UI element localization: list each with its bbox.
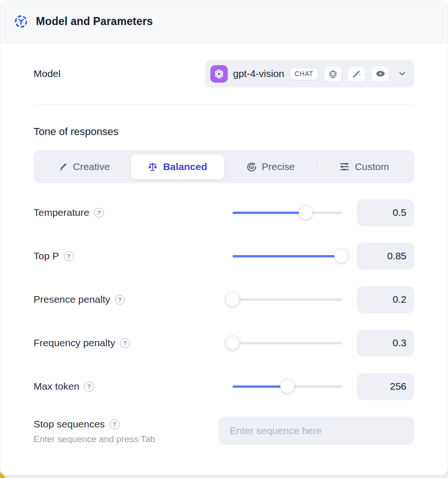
- help-icon[interactable]: ?: [110, 419, 120, 429]
- max-token-slider[interactable]: [233, 379, 342, 394]
- stop-sequences-row: Stop sequences ? Enter sequence and pres…: [34, 417, 414, 444]
- param-row-frequency-penalty: Frequency penalty ? 0.3: [34, 321, 414, 365]
- section-divider: [34, 104, 414, 105]
- tab-custom[interactable]: Custom: [318, 154, 411, 179]
- tab-balanced[interactable]: Balanced: [130, 154, 224, 179]
- tone-heading: Tone of responses: [34, 126, 414, 138]
- selected-model-name: gpt-4-vision: [233, 68, 284, 79]
- model-parameters-panel: Model and Parameters Model gpt-4-vision …: [0, 0, 448, 475]
- top-p-value[interactable]: 0.85: [357, 243, 414, 270]
- temperature-value[interactable]: 0.5: [357, 199, 414, 226]
- help-icon[interactable]: ?: [84, 382, 94, 392]
- max-token-value[interactable]: 256: [357, 373, 414, 400]
- panel-title: Model and Parameters: [36, 15, 153, 28]
- openai-logo: [210, 65, 228, 83]
- param-row-temperature: Temperature ? 0.5: [34, 191, 414, 234]
- frequency-penalty-value[interactable]: 0.3: [357, 330, 414, 357]
- tab-label: Precise: [262, 161, 295, 172]
- scale-icon: [147, 162, 158, 172]
- slider-handle[interactable]: [334, 249, 348, 263]
- tab-creative[interactable]: Creative: [37, 154, 130, 179]
- stop-sequences-label: Stop sequences: [34, 418, 105, 430]
- slider-handle[interactable]: [225, 336, 240, 350]
- temperature-slider[interactable]: [233, 205, 342, 220]
- stop-sequences-input[interactable]: [218, 417, 414, 444]
- param-row-top-p: Top P ? 0.85: [34, 234, 414, 278]
- robot-icon: [324, 66, 342, 82]
- tone-tab-group: Creative Balanced: [34, 150, 414, 183]
- target-icon: [247, 162, 257, 172]
- model-row: Model gpt-4-vision CHAT: [34, 60, 414, 87]
- sliders-icon: [339, 162, 350, 172]
- vision-icon: [371, 66, 389, 82]
- frequency-penalty-slider[interactable]: [233, 335, 342, 350]
- param-label: Max token: [34, 381, 79, 392]
- model-hub-icon: [14, 14, 28, 29]
- presence-penalty-value[interactable]: 0.2: [357, 286, 414, 313]
- param-label: Frequency penalty: [34, 337, 115, 349]
- chevron-down-icon: [397, 69, 407, 78]
- paintbrush-icon: [58, 162, 68, 172]
- help-icon[interactable]: ?: [94, 208, 104, 218]
- help-icon[interactable]: ?: [115, 295, 125, 305]
- tab-label: Creative: [73, 161, 110, 172]
- slider-handle[interactable]: [225, 292, 240, 307]
- param-row-presence-penalty: Presence penalty ? 0.2: [34, 278, 414, 321]
- tab-label: Balanced: [163, 161, 207, 172]
- model-select-dropdown[interactable]: gpt-4-vision CHAT: [205, 60, 414, 87]
- param-label: Temperature: [34, 207, 89, 218]
- parameter-list: Temperature ? 0.5 Top P ? 0.85: [34, 191, 414, 408]
- param-label: Top P: [34, 250, 59, 262]
- presence-penalty-slider[interactable]: [233, 292, 342, 307]
- magic-wand-icon: [347, 66, 366, 82]
- top-p-slider[interactable]: [233, 248, 342, 264]
- model-type-badge: CHAT: [290, 67, 319, 80]
- help-icon[interactable]: ?: [120, 338, 130, 348]
- param-label: Presence penalty: [34, 294, 110, 305]
- stop-sequences-hint: Enter sequence and press Tab: [34, 434, 218, 444]
- tab-precise[interactable]: Precise: [224, 154, 318, 179]
- model-label: Model: [34, 68, 205, 79]
- slider-handle[interactable]: [299, 205, 313, 220]
- help-icon[interactable]: ?: [64, 251, 74, 261]
- param-row-max-token: Max token ? 256: [34, 365, 414, 408]
- slider-handle[interactable]: [280, 379, 294, 393]
- panel-header: Model and Parameters: [0, 0, 448, 43]
- tab-label: Custom: [355, 161, 389, 172]
